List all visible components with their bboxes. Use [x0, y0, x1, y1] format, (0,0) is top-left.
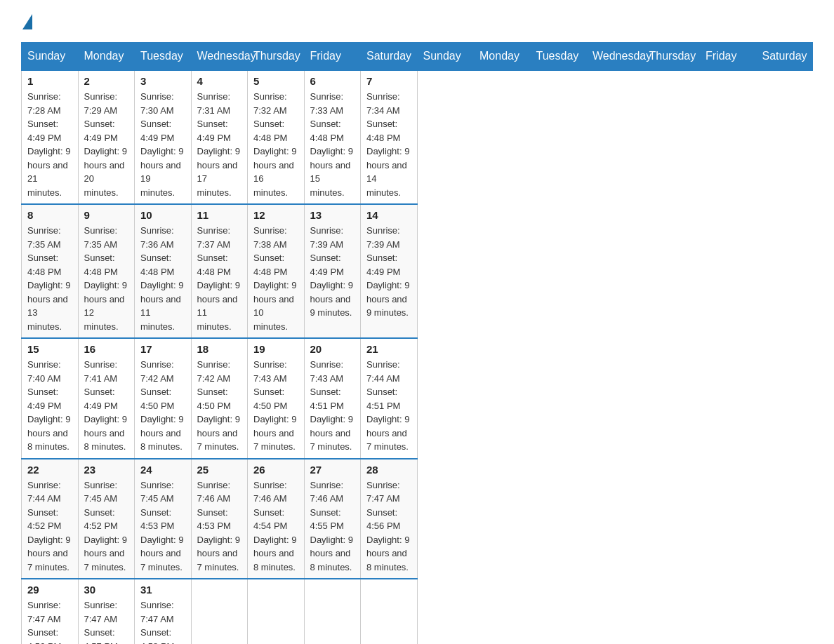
calendar-cell: 27Sunrise: 7:46 AMSunset: 4:55 PMDayligh…	[304, 459, 361, 579]
calendar-cell: 16Sunrise: 7:41 AMSunset: 4:49 PMDayligh…	[78, 338, 135, 459]
calendar-cell: 5Sunrise: 7:32 AMSunset: 4:48 PMDaylight…	[248, 70, 305, 204]
day-info: Sunrise: 7:47 AMSunset: 4:57 PMDaylight:…	[84, 598, 129, 644]
day-info: Sunrise: 7:47 AMSunset: 4:58 PMDaylight:…	[140, 598, 185, 644]
day-number: 15	[27, 343, 72, 355]
day-info: Sunrise: 7:42 AMSunset: 4:50 PMDaylight:…	[197, 358, 242, 454]
day-number: 13	[310, 209, 355, 221]
day-number: 29	[27, 584, 72, 596]
day-number: 6	[310, 75, 355, 87]
day-number: 9	[84, 209, 129, 221]
day-number: 3	[140, 75, 185, 87]
day-number: 23	[84, 464, 129, 476]
calendar-cell: 29Sunrise: 7:47 AMSunset: 4:56 PMDayligh…	[22, 579, 79, 644]
col-header-friday: Friday	[700, 43, 757, 71]
calendar-cell: 10Sunrise: 7:36 AMSunset: 4:48 PMDayligh…	[135, 204, 192, 338]
col-header-monday: Monday	[474, 43, 531, 71]
day-number: 1	[27, 75, 72, 87]
col-header-thursday: Thursday	[643, 43, 700, 71]
calendar-cell: 22Sunrise: 7:44 AMSunset: 4:52 PMDayligh…	[22, 459, 79, 579]
day-number: 27	[310, 464, 355, 476]
calendar-cell: 31Sunrise: 7:47 AMSunset: 4:58 PMDayligh…	[135, 579, 192, 644]
column-header-wednesday: Wednesday	[191, 43, 248, 71]
calendar-cell	[248, 579, 305, 644]
calendar-cell: 21Sunrise: 7:44 AMSunset: 4:51 PMDayligh…	[361, 338, 418, 459]
day-number: 20	[310, 343, 355, 355]
calendar-cell: 23Sunrise: 7:45 AMSunset: 4:52 PMDayligh…	[78, 459, 135, 579]
day-number: 17	[140, 343, 185, 355]
day-number: 12	[253, 209, 298, 221]
week-row-5: 29Sunrise: 7:47 AMSunset: 4:56 PMDayligh…	[22, 579, 813, 644]
day-info: Sunrise: 7:32 AMSunset: 4:48 PMDaylight:…	[253, 90, 298, 199]
day-number: 31	[140, 584, 185, 596]
calendar-header-row: SundayMondayTuesdayWednesdayThursdayFrid…	[22, 43, 813, 71]
column-header-friday: Friday	[304, 43, 361, 71]
day-number: 4	[197, 75, 242, 87]
day-number: 18	[197, 343, 242, 355]
day-number: 7	[366, 75, 411, 87]
calendar-cell: 14Sunrise: 7:39 AMSunset: 4:49 PMDayligh…	[361, 204, 418, 338]
calendar-cell: 13Sunrise: 7:39 AMSunset: 4:49 PMDayligh…	[304, 204, 361, 338]
day-info: Sunrise: 7:35 AMSunset: 4:48 PMDaylight:…	[27, 224, 72, 333]
day-info: Sunrise: 7:36 AMSunset: 4:48 PMDaylight:…	[140, 224, 185, 333]
calendar-cell: 12Sunrise: 7:38 AMSunset: 4:48 PMDayligh…	[248, 204, 305, 338]
col-header-sunday: Sunday	[417, 43, 474, 71]
week-row-1: 1Sunrise: 7:28 AMSunset: 4:49 PMDaylight…	[22, 70, 813, 204]
day-number: 28	[366, 464, 411, 476]
day-number: 16	[84, 343, 129, 355]
day-number: 21	[366, 343, 411, 355]
day-info: Sunrise: 7:43 AMSunset: 4:50 PMDaylight:…	[253, 358, 298, 454]
calendar-table: SundayMondayTuesdayWednesdayThursdayFrid…	[21, 42, 813, 644]
calendar-cell: 15Sunrise: 7:40 AMSunset: 4:49 PMDayligh…	[22, 338, 79, 459]
day-info: Sunrise: 7:46 AMSunset: 4:54 PMDaylight:…	[253, 478, 298, 575]
day-info: Sunrise: 7:44 AMSunset: 4:52 PMDaylight:…	[27, 478, 72, 575]
day-info: Sunrise: 7:41 AMSunset: 4:49 PMDaylight:…	[84, 358, 129, 454]
day-number: 5	[253, 75, 298, 87]
calendar-cell: 17Sunrise: 7:42 AMSunset: 4:50 PMDayligh…	[135, 338, 192, 459]
calendar-cell: 4Sunrise: 7:31 AMSunset: 4:49 PMDaylight…	[191, 70, 248, 204]
day-number: 25	[197, 464, 242, 476]
calendar-cell: 25Sunrise: 7:46 AMSunset: 4:53 PMDayligh…	[191, 459, 248, 579]
day-info: Sunrise: 7:37 AMSunset: 4:48 PMDaylight:…	[197, 224, 242, 333]
calendar-cell	[191, 579, 248, 644]
calendar-cell: 18Sunrise: 7:42 AMSunset: 4:50 PMDayligh…	[191, 338, 248, 459]
column-header-thursday: Thursday	[248, 43, 305, 71]
day-number: 8	[27, 209, 72, 221]
day-number: 14	[366, 209, 411, 221]
calendar-cell: 30Sunrise: 7:47 AMSunset: 4:57 PMDayligh…	[78, 579, 135, 644]
column-header-sunday: Sunday	[22, 43, 79, 71]
calendar-cell: 11Sunrise: 7:37 AMSunset: 4:48 PMDayligh…	[191, 204, 248, 338]
day-number: 30	[84, 584, 129, 596]
column-header-tuesday: Tuesday	[135, 43, 192, 71]
calendar-cell: 6Sunrise: 7:33 AMSunset: 4:48 PMDaylight…	[304, 70, 361, 204]
calendar-cell: 8Sunrise: 7:35 AMSunset: 4:48 PMDaylight…	[22, 204, 79, 338]
col-header-tuesday: Tuesday	[530, 43, 587, 71]
calendar-cell	[304, 579, 361, 644]
day-number: 19	[253, 343, 298, 355]
day-info: Sunrise: 7:44 AMSunset: 4:51 PMDaylight:…	[366, 358, 411, 454]
logo-triangle-icon	[22, 14, 32, 29]
day-number: 22	[27, 464, 72, 476]
calendar-cell: 20Sunrise: 7:43 AMSunset: 4:51 PMDayligh…	[304, 338, 361, 459]
calendar-cell: 7Sunrise: 7:34 AMSunset: 4:48 PMDaylight…	[361, 70, 418, 204]
day-info: Sunrise: 7:29 AMSunset: 4:49 PMDaylight:…	[84, 90, 129, 199]
day-info: Sunrise: 7:35 AMSunset: 4:48 PMDaylight:…	[84, 224, 129, 333]
day-info: Sunrise: 7:45 AMSunset: 4:52 PMDaylight:…	[84, 478, 129, 575]
day-info: Sunrise: 7:47 AMSunset: 4:56 PMDaylight:…	[366, 478, 411, 575]
day-info: Sunrise: 7:42 AMSunset: 4:50 PMDaylight:…	[140, 358, 185, 454]
day-number: 10	[140, 209, 185, 221]
day-number: 2	[84, 75, 129, 87]
day-number: 26	[253, 464, 298, 476]
calendar-cell: 1Sunrise: 7:28 AMSunset: 4:49 PMDaylight…	[22, 70, 79, 204]
day-info: Sunrise: 7:38 AMSunset: 4:48 PMDaylight:…	[253, 224, 298, 333]
day-info: Sunrise: 7:45 AMSunset: 4:53 PMDaylight:…	[140, 478, 185, 575]
col-header-wednesday: Wednesday	[587, 43, 644, 71]
column-header-saturday: Saturday	[361, 43, 418, 71]
calendar-cell: 26Sunrise: 7:46 AMSunset: 4:54 PMDayligh…	[248, 459, 305, 579]
calendar-cell: 2Sunrise: 7:29 AMSunset: 4:49 PMDaylight…	[78, 70, 135, 204]
calendar-cell: 24Sunrise: 7:45 AMSunset: 4:53 PMDayligh…	[135, 459, 192, 579]
week-row-4: 22Sunrise: 7:44 AMSunset: 4:52 PMDayligh…	[22, 459, 813, 579]
day-info: Sunrise: 7:31 AMSunset: 4:49 PMDaylight:…	[197, 90, 242, 199]
day-number: 11	[197, 209, 242, 221]
week-row-3: 15Sunrise: 7:40 AMSunset: 4:49 PMDayligh…	[22, 338, 813, 459]
day-info: Sunrise: 7:46 AMSunset: 4:55 PMDaylight:…	[310, 478, 355, 575]
